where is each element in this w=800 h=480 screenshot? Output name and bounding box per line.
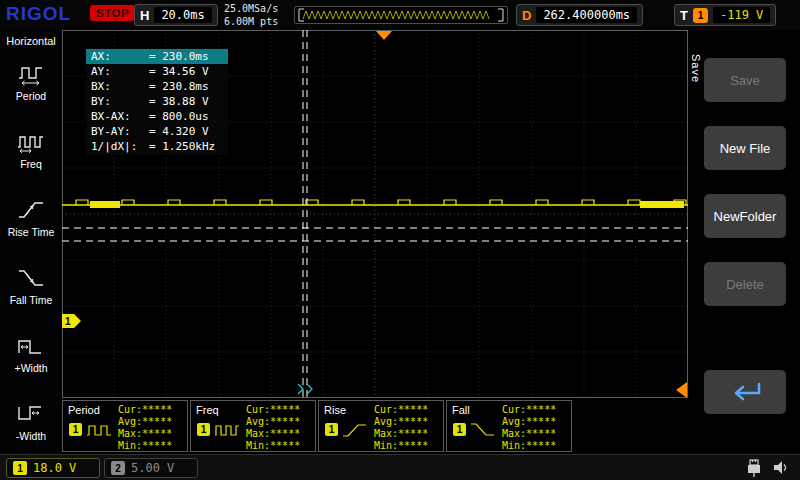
measure-max: Max:***** bbox=[246, 428, 300, 439]
menu-item-plus-width[interactable]: +Width bbox=[0, 320, 62, 388]
cursor-measurements-panel: AX:= 230.0ms AY:= 34.56 V BX:= 230.8ms B… bbox=[86, 48, 228, 155]
trigger-readout[interactable]: T 1 -119 V bbox=[674, 4, 776, 26]
menu-item-fall-time[interactable]: Fall Time bbox=[0, 252, 62, 320]
trigger-label: T bbox=[680, 8, 688, 23]
menu-item-rise-time[interactable]: Rise Time bbox=[0, 184, 62, 252]
save-button[interactable]: Save bbox=[704, 58, 786, 102]
waveform-preview-strip[interactable] bbox=[294, 6, 508, 24]
delete-button[interactable]: Delete bbox=[704, 262, 786, 306]
measurement-strip: Period 1 Cur:***** Avg:***** Max:***** M… bbox=[62, 400, 688, 453]
channel-badge: 1 bbox=[325, 423, 338, 436]
panel-title: Freq bbox=[196, 404, 219, 416]
cursor-value: = 4.320 V bbox=[149, 124, 209, 139]
menu-tab-save[interactable]: Save bbox=[690, 54, 702, 83]
measure-min: Min:***** bbox=[246, 440, 300, 451]
trigger-source-badge: 1 bbox=[693, 8, 708, 23]
plus-width-icon bbox=[16, 334, 46, 358]
measurement-panel-period: Period 1 Cur:***** Avg:***** Max:***** M… bbox=[62, 400, 188, 452]
ch1-ground-marker[interactable]: 1 bbox=[62, 314, 81, 328]
channel1-badge: 1 bbox=[13, 461, 27, 475]
measure-min: Min:***** bbox=[502, 440, 556, 451]
period-glyph-icon bbox=[86, 423, 112, 437]
channel2-status[interactable]: 2 5.00 V bbox=[104, 458, 198, 478]
channel1-status[interactable]: 1 18.0 V bbox=[6, 458, 100, 478]
channel1-scale: 18.0 V bbox=[33, 461, 76, 475]
horizontal-label: H bbox=[140, 8, 149, 23]
cursor-value: = 800.0us bbox=[149, 109, 209, 124]
menu-item-period[interactable]: Period bbox=[0, 48, 62, 116]
cursor-handle[interactable] bbox=[298, 384, 312, 394]
cursor-value: = 230.0ms bbox=[149, 49, 209, 64]
cursor-row-by-ay: BY-AY:= 4.320 V bbox=[86, 124, 228, 139]
measurement-panel-freq: Freq 1 Cur:***** Avg:***** Max:***** Min… bbox=[190, 400, 316, 452]
menu-item-minus-width[interactable]: -Width bbox=[0, 388, 62, 454]
oscilloscope-screen: RIGOL STOP H 20.0ms 25.0MSa/s 6.00M pts … bbox=[0, 0, 800, 480]
cursor-row-bx: BX:= 230.8ms bbox=[86, 79, 228, 94]
measure-cur: Cur:***** bbox=[246, 404, 300, 415]
softkey-menu: Save Save New File NewFolder Delete bbox=[688, 30, 800, 454]
fall-glyph-icon bbox=[470, 423, 496, 437]
horizontal-ref-marker bbox=[676, 382, 687, 398]
menu-item-freq[interactable]: Freq bbox=[0, 116, 62, 184]
return-arrow-icon bbox=[723, 379, 767, 405]
measure-avg: Avg:***** bbox=[246, 416, 300, 427]
cursor-value: = 1.250kHz bbox=[149, 139, 215, 154]
run-state-badge[interactable]: STOP bbox=[90, 5, 135, 21]
panel-title: Fall bbox=[452, 404, 470, 416]
panel-title: Rise bbox=[324, 404, 346, 416]
new-file-button[interactable]: New File bbox=[704, 126, 786, 170]
measure-min: Min:***** bbox=[118, 440, 172, 451]
delay-value: 262.400000ms bbox=[536, 7, 637, 23]
measure-cur: Cur:***** bbox=[118, 404, 172, 415]
fall-time-icon bbox=[16, 266, 46, 290]
acquisition-info: 25.0MSa/s 6.00M pts bbox=[224, 2, 278, 28]
memory-depth: 6.00M pts bbox=[224, 15, 278, 28]
bottom-status-bar: 1 18.0 V 2 5.00 V bbox=[0, 454, 800, 480]
period-icon bbox=[16, 62, 46, 86]
trigger-position-marker[interactable] bbox=[376, 31, 392, 40]
measure-cur: Cur:***** bbox=[502, 404, 556, 415]
measure-cur: Cur:***** bbox=[374, 404, 428, 415]
delay-readout[interactable]: D 262.400000ms bbox=[516, 4, 643, 26]
freq-glyph-icon bbox=[214, 423, 240, 437]
delay-label: D bbox=[522, 8, 531, 23]
cursor-value: = 230.8ms bbox=[149, 79, 209, 94]
channel2-badge: 2 bbox=[111, 461, 125, 475]
cursor-row-ay: AY:= 34.56 V bbox=[86, 64, 228, 79]
cursor-row-inverse-dx: 1/|dX|:= 1.250kHz bbox=[86, 139, 228, 154]
new-folder-button[interactable]: NewFolder bbox=[704, 194, 786, 238]
measure-avg: Avg:***** bbox=[374, 416, 428, 427]
cursor-value: = 34.56 V bbox=[149, 64, 209, 79]
channel-badge: 1 bbox=[197, 423, 210, 436]
display-grid: 1 AX:= 230.0ms AY:= 34.56 V BX:= 230.8ms… bbox=[62, 30, 688, 398]
trigger-level-value: -119 V bbox=[713, 7, 770, 23]
measure-avg: Avg:***** bbox=[502, 416, 556, 427]
measure-max: Max:***** bbox=[374, 428, 428, 439]
measure-menu: Horizontal Period Freq Rise Time bbox=[0, 30, 62, 454]
top-status-bar: RIGOL STOP H 20.0ms 25.0MSa/s 6.00M pts … bbox=[0, 0, 800, 30]
cursor-row-by: BY:= 38.88 V bbox=[86, 94, 228, 109]
return-button[interactable] bbox=[704, 370, 786, 414]
measure-max: Max:***** bbox=[118, 428, 172, 439]
cursor-row-ax: AX:= 230.0ms bbox=[86, 49, 228, 64]
measure-avg: Avg:***** bbox=[118, 416, 172, 427]
sample-rate: 25.0MSa/s bbox=[224, 2, 278, 15]
panel-title: Period bbox=[68, 404, 100, 416]
svg-text:1: 1 bbox=[65, 316, 71, 327]
rise-glyph-icon bbox=[342, 423, 368, 437]
measure-menu-title: Horizontal bbox=[0, 30, 62, 48]
cursor-row-bx-ax: BX-AX:= 800.0us bbox=[86, 109, 228, 124]
measurement-panel-fall: Fall 1 Cur:***** Avg:***** Max:***** Min… bbox=[446, 400, 572, 452]
freq-icon bbox=[16, 130, 46, 154]
channel-badge: 1 bbox=[453, 423, 466, 436]
rise-time-icon bbox=[16, 198, 46, 222]
preview-waveform-icon bbox=[295, 7, 507, 23]
measure-min: Min:***** bbox=[374, 440, 428, 451]
brand-logo: RIGOL bbox=[6, 3, 71, 25]
measure-max: Max:***** bbox=[502, 428, 556, 439]
speaker-icon bbox=[772, 459, 790, 476]
usb-icon bbox=[744, 459, 764, 477]
horizontal-scale-readout[interactable]: H 20.0ms bbox=[134, 4, 218, 26]
channel2-scale: 5.00 V bbox=[131, 461, 174, 475]
horizontal-scale-value: 20.0ms bbox=[154, 7, 211, 23]
